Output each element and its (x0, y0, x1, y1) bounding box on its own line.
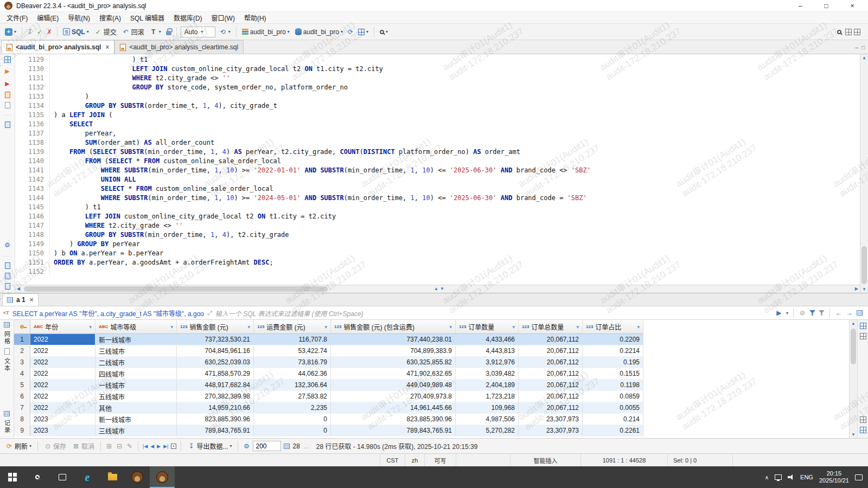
fetch-size-input[interactable] (253, 441, 281, 451)
explain-plan-icon[interactable] (5, 92, 10, 98)
tab-analysis-cleartime-sql[interactable]: <audit_bi_pro> analysis_cleartime.sql (114, 40, 244, 54)
notification-center-icon[interactable] (855, 474, 863, 480)
table-cell[interactable]: 三线城市 (95, 345, 177, 356)
database-selector[interactable]: audit_bi_pro ▾ (293, 27, 344, 37)
refresh-button[interactable]: ⟳ 刷新 ▾ (4, 440, 33, 452)
dbeaver-taskbar-button[interactable] (125, 466, 150, 488)
table-cell[interactable]: 0.195 (583, 357, 643, 368)
result-tab[interactable]: a 1 × (2, 293, 39, 306)
table-row[interactable]: 52022一线城市448,917,682.84132,306.64449,049… (14, 380, 643, 391)
query-log-icon[interactable] (5, 273, 10, 279)
filter-placeholder[interactable]: 输入一个 SQL 表达式来过滤结果 (使用 Ctrl+Space) (215, 309, 363, 318)
column-filter-icon[interactable]: ▾ (637, 324, 640, 330)
table-cell[interactable]: 20,067,112 (519, 368, 583, 379)
table-cell[interactable]: 737,440,238.01 (331, 334, 456, 345)
export-data-button[interactable]: ↧ 导出数据... ▾ (186, 440, 233, 452)
menu-file[interactable]: 文件(F) (2, 12, 32, 23)
table-row[interactable]: 12022新一线城市737,323,530.21116,707.8737,440… (14, 334, 643, 345)
code-line[interactable]: 1151ORDER BY a.perYear, a.goodsAmt + a.o… (15, 258, 860, 267)
table-row[interactable]: 22022三线城市704,845,961.1653,422.74704,899,… (14, 345, 643, 357)
table-cell[interactable]: 三线城市 (95, 425, 177, 436)
column-header[interactable]: 123订单占比▾ (583, 320, 643, 333)
table-cell[interactable]: 0.214 (583, 414, 643, 425)
scroll-left-icon[interactable]: ◀ (17, 286, 20, 291)
row-number[interactable]: 2 (14, 345, 30, 356)
code-line[interactable]: 1148 GROUP BY SUBSTR(min_order_time, 1, … (15, 230, 860, 240)
scroll-right-icon[interactable]: ▶ (855, 286, 858, 291)
table-cell[interactable]: 2023 (30, 414, 95, 425)
commit-all-icon[interactable]: ✓ (36, 28, 43, 36)
code-line[interactable]: 1135) a LEFT JOIN ( (15, 111, 860, 120)
row-number[interactable]: 7 (14, 402, 30, 413)
menu-edit[interactable]: 编辑(E) (33, 12, 63, 23)
code-line[interactable]: 1133 ) (15, 92, 860, 101)
table-row[interactable]: 72022其他14,959,210.662,23514,961,445.6610… (14, 402, 643, 414)
search-button[interactable]: ▾ (378, 28, 390, 35)
table-cell[interactable]: 23,307,973 (519, 414, 583, 425)
metadata-panel-icon[interactable] (860, 416, 866, 423)
menu-sql-editor[interactable]: SQL 编辑器 (126, 12, 169, 23)
volume-icon[interactable] (788, 474, 794, 480)
column-header[interactable]: 123运费金额 (元)▾ (254, 320, 331, 333)
show-view-icon[interactable] (854, 29, 860, 35)
scrollbar-thumb[interactable] (861, 246, 867, 284)
dbeaver-taskbar-button-active[interactable] (150, 466, 175, 488)
scrollbar-thumb[interactable] (851, 329, 856, 364)
transaction-mode-button[interactable]: T ▾ (148, 27, 163, 37)
scroll-down-icon[interactable]: ▼ (850, 432, 857, 437)
grid-corner[interactable] (14, 320, 30, 333)
code-line[interactable]: 1130 LEFT JOIN custom_online_city_grade_… (15, 65, 860, 74)
file-explorer-button[interactable] (100, 466, 125, 488)
network-icon[interactable] (775, 474, 782, 480)
table-cell[interactable]: 20,067,112 (519, 402, 583, 413)
rollback-button[interactable]: ↶ 回滚 (120, 26, 146, 37)
table-cell[interactable]: 2022 (30, 368, 95, 379)
minimize-panel-icon[interactable]: – (855, 44, 858, 50)
table-cell[interactable]: 0.0859 (583, 391, 643, 402)
execute-statement-icon[interactable]: ▶ (4, 67, 11, 75)
code-line[interactable]: 1142 UNION ALL (15, 175, 860, 184)
code-line[interactable]: 1139 FROM (SELECT SUBSTR(min_order_time,… (15, 147, 860, 157)
table-cell[interactable]: 116,707.8 (254, 334, 331, 345)
menu-navigate[interactable]: 导航(N) (63, 12, 94, 23)
splitter-collapse-buttons[interactable]: ▲▼ (434, 286, 444, 291)
table-cell[interactable]: 2,235 (254, 402, 331, 413)
table-cell[interactable]: 448,917,682.84 (177, 380, 254, 390)
table-cell[interactable]: 0.2214 (583, 345, 643, 356)
go-to-row-icon[interactable] (171, 444, 176, 449)
table-cell[interactable]: 23,307,973 (519, 425, 583, 436)
close-result-tab-icon[interactable]: × (30, 296, 34, 304)
code-area[interactable]: 1129 ) t11130 LEFT JOIN custom_online_ci… (15, 54, 860, 285)
table-cell[interactable]: 五线城市 (95, 391, 177, 402)
column-filter-icon[interactable]: ▾ (324, 324, 327, 330)
table-cell[interactable]: 53,422.74 (254, 345, 331, 356)
column-filter-icon[interactable]: ▾ (247, 324, 250, 330)
hidden-icons-chevron-icon[interactable]: ∧ (765, 474, 769, 480)
task-view-button[interactable] (50, 466, 75, 488)
table-cell[interactable]: 789,843,765.91 (177, 425, 254, 436)
table-cell[interactable]: 737,323,530.21 (177, 334, 254, 345)
column-filter-icon[interactable]: ▾ (170, 324, 173, 330)
table-cell[interactable]: 2022 (30, 334, 95, 345)
grid-settings-gear-icon[interactable]: ⚙ (242, 442, 250, 451)
table-cell[interactable]: 44,062.36 (254, 368, 331, 379)
sql-dialect-selector[interactable]: SQL ▾ (61, 27, 91, 37)
table-cell[interactable]: 20,067,112 (519, 357, 583, 368)
code-line[interactable]: 1134 GROUP BY SUBSTR(order_time_t, 1, 4)… (15, 101, 860, 111)
rollback-all-icon[interactable]: ✗ (46, 28, 53, 36)
table-cell[interactable]: 20,067,112 (519, 380, 583, 390)
table-row[interactable]: 32022二线城市630,252,039.0373,816.79630,325,… (14, 357, 643, 368)
table-cell[interactable]: 2022 (30, 391, 95, 402)
code-line[interactable]: 1131 WHERE t2.city_grade <> '' (15, 74, 860, 83)
scroll-up-icon[interactable]: ▲ (860, 55, 868, 60)
code-line[interactable]: 1152 (15, 267, 860, 277)
filter-funnel-icon[interactable] (809, 310, 815, 316)
table-row[interactable]: 82023新一线城市823,885,390.960823,885,390.964… (14, 414, 643, 425)
clear-filter-icon[interactable]: ⊘ (799, 309, 806, 317)
code-line[interactable]: 1136 SELECT (15, 120, 860, 129)
grid-vertical-scrollbar[interactable]: ▲ ▼ (849, 320, 857, 438)
more-status-icon[interactable]: … (303, 442, 310, 451)
table-cell[interactable]: 73,816.79 (254, 357, 331, 368)
more-actions-icon[interactable]: ···· (3, 112, 12, 118)
table-cell[interactable]: 270,382,389.98 (177, 391, 254, 402)
